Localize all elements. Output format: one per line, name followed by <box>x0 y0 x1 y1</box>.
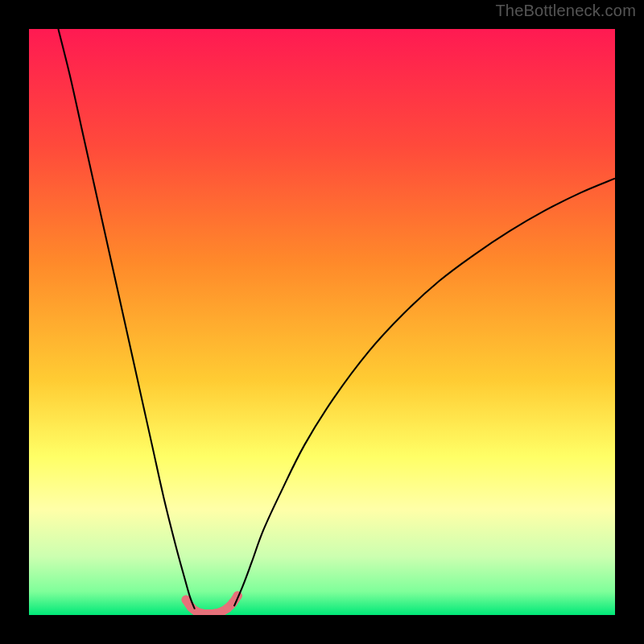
chart-svg <box>29 29 615 615</box>
chart-frame: TheBottleneck.com <box>0 0 644 644</box>
plot-area <box>29 29 615 615</box>
watermark-text: TheBottleneck.com <box>495 2 636 20</box>
left-branch-line <box>58 29 195 609</box>
curve-group <box>58 29 615 615</box>
right-branch-line <box>234 179 615 606</box>
